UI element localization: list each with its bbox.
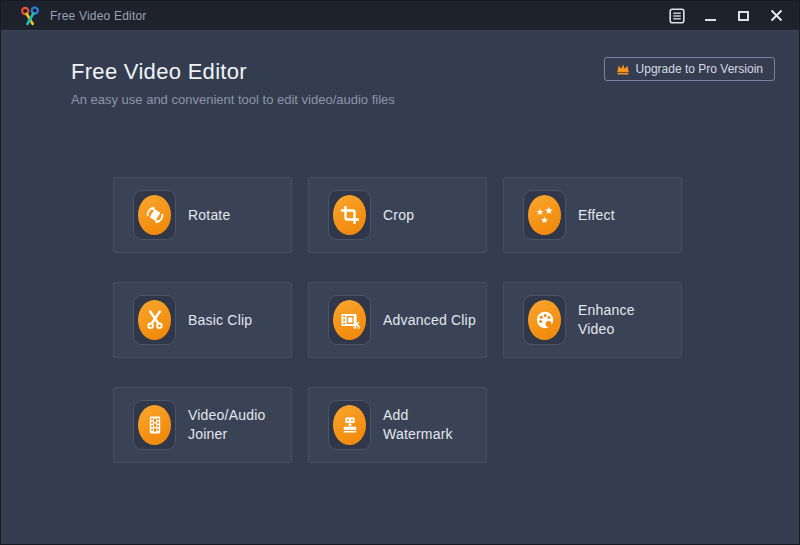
icon-plate — [523, 295, 566, 345]
film-cut-icon — [333, 300, 366, 340]
tile-label: Enhance Video — [578, 301, 635, 339]
tile-basic-clip[interactable]: Basic Clip — [113, 282, 292, 358]
scissors-logo-icon — [19, 5, 41, 27]
upgrade-to-pro-button[interactable]: Upgrade to Pro Versioin — [604, 57, 775, 81]
tile-label: Advanced Clip — [383, 311, 476, 330]
crown-icon — [616, 63, 630, 75]
tool-grid: Rotate Crop — [113, 177, 775, 463]
tile-rotate[interactable]: Rotate — [113, 177, 292, 253]
page-header: Free Video Editor An easy use and conven… — [71, 57, 775, 109]
palette-icon — [528, 300, 561, 340]
tile-label: Video/Audio Joiner — [188, 406, 265, 444]
titlebar: Free Video Editor — [1, 1, 799, 31]
window-controls — [668, 7, 789, 25]
icon-plate — [328, 190, 371, 240]
effect-stars-icon: ★ ★ ★ — [528, 195, 561, 235]
main-content: Free Video Editor An easy use and conven… — [1, 31, 799, 463]
icon-plate — [133, 190, 176, 240]
minimize-icon — [705, 19, 716, 21]
tile-crop[interactable]: Crop — [308, 177, 487, 253]
tile-label: Effect — [578, 206, 615, 225]
icon-plate — [328, 295, 371, 345]
tile-video-audio-joiner[interactable]: Video/Audio Joiner — [113, 387, 292, 463]
maximize-button[interactable] — [734, 7, 752, 25]
app-window: Free Video Editor — [0, 0, 800, 545]
page-subtitle: An easy use and convenient tool to edit … — [71, 91, 604, 109]
menu-icon[interactable] — [668, 7, 686, 25]
scissors-icon — [138, 300, 171, 340]
tile-add-watermark[interactable]: Add Watermark — [308, 387, 487, 463]
window-title: Free Video Editor — [50, 9, 668, 23]
minimize-button[interactable] — [701, 7, 719, 25]
tile-enhance-video[interactable]: Enhance Video — [503, 282, 682, 358]
close-button[interactable] — [767, 7, 785, 25]
svg-text:★: ★ — [540, 215, 548, 225]
film-strip-icon — [138, 405, 171, 445]
icon-plate — [133, 400, 176, 450]
page-title: Free Video Editor — [71, 57, 604, 87]
tile-effect[interactable]: ★ ★ ★ Effect — [503, 177, 682, 253]
tile-advanced-clip[interactable]: Advanced Clip — [308, 282, 487, 358]
maximize-icon — [738, 11, 749, 21]
icon-plate — [133, 295, 176, 345]
icon-plate: ★ ★ ★ — [523, 190, 566, 240]
tile-label: Crop — [383, 206, 414, 225]
close-icon — [770, 9, 783, 22]
tile-label: Rotate — [188, 206, 230, 225]
rotate-icon — [138, 195, 171, 235]
tile-label: Basic Clip — [188, 311, 252, 330]
crop-icon — [333, 195, 366, 235]
watermark-stamp-icon — [333, 405, 366, 445]
upgrade-button-label: Upgrade to Pro Versioin — [636, 62, 763, 76]
icon-plate — [328, 400, 371, 450]
tile-label: Add Watermark — [383, 406, 453, 444]
